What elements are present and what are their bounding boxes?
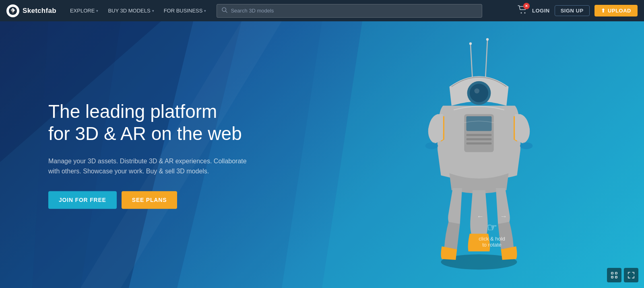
ar-view-button[interactable] (607, 268, 621, 282)
see-plans-button[interactable]: SEE PLANS (122, 191, 178, 209)
svg-point-3 (520, 12, 522, 14)
navbar: Sketchfab EXPLORE ▾ BUY 3D MODELS ▾ FOR … (0, 0, 644, 21)
arrows-hint: ← → (477, 212, 507, 221)
hero-section: The leading platform for 3D & AR on the … (0, 21, 644, 288)
svg-rect-27 (615, 272, 617, 274)
svg-point-15 (486, 38, 489, 40)
svg-rect-20 (466, 116, 492, 131)
svg-rect-22 (466, 138, 492, 140)
hero-description: Manage your 3D assets. Distribute 3D & A… (48, 156, 250, 177)
svg-rect-23 (466, 142, 492, 144)
nav-explore[interactable]: EXPLORE ▾ (66, 5, 102, 16)
svg-rect-28 (611, 276, 613, 278)
svg-rect-21 (466, 134, 492, 136)
search-icon (222, 7, 227, 14)
rotate-hint-text: click & hold to rotate (479, 236, 505, 248)
business-chevron-icon: ▾ (204, 9, 206, 13)
join-free-button[interactable]: JOIN FOR FREE (48, 191, 117, 209)
rotate-hint: ← → ☞ click & hold to rotate (477, 212, 507, 248)
svg-line-2 (226, 11, 227, 12)
nav-links: EXPLORE ▾ BUY 3D MODELS ▾ FOR BUSINESS ▾ (66, 5, 210, 16)
svg-line-13 (485, 40, 487, 80)
left-arrow-icon: ← (477, 212, 484, 221)
svg-point-18 (474, 88, 479, 93)
buy-chevron-icon: ▾ (152, 9, 154, 13)
nav-right: ✕ LOGIN SIGN UP ⬆ UPLOAD (518, 5, 638, 16)
svg-point-25 (520, 142, 533, 149)
nav-buy-3d[interactable]: BUY 3D MODELS ▾ (104, 5, 158, 16)
svg-point-24 (425, 142, 438, 149)
svg-rect-26 (611, 272, 613, 274)
nav-for-business[interactable]: FOR BUSINESS ▾ (160, 5, 211, 16)
signup-button[interactable]: SIGN UP (555, 5, 590, 16)
svg-point-14 (469, 42, 472, 45)
search-placeholder: Search 3D models (231, 8, 274, 14)
login-button[interactable]: LOGIN (532, 8, 550, 14)
explore-chevron-icon: ▾ (96, 9, 98, 13)
hero-content: The leading platform for 3D & AR on the … (48, 101, 250, 209)
right-arrow-icon: → (500, 212, 507, 221)
svg-point-4 (524, 12, 525, 14)
search-bar[interactable]: Search 3D models (217, 4, 482, 18)
cart-badge: ✕ (523, 3, 530, 9)
bottom-right-icons (607, 268, 638, 282)
upload-button[interactable]: ⬆ UPLOAD (594, 5, 638, 16)
svg-point-17 (470, 84, 488, 102)
logo-area[interactable]: Sketchfab (6, 4, 56, 17)
fullscreen-button[interactable] (624, 268, 638, 282)
cursor-icon: ☞ (487, 221, 497, 234)
logo-text: Sketchfab (23, 7, 56, 15)
upload-icon: ⬆ (601, 8, 606, 14)
svg-rect-29 (615, 276, 617, 278)
cart-button[interactable]: ✕ (518, 5, 527, 16)
hero-buttons: JOIN FOR FREE SEE PLANS (48, 191, 250, 209)
logo-icon (6, 4, 19, 17)
hero-title: The leading platform for 3D & AR on the … (48, 101, 250, 145)
